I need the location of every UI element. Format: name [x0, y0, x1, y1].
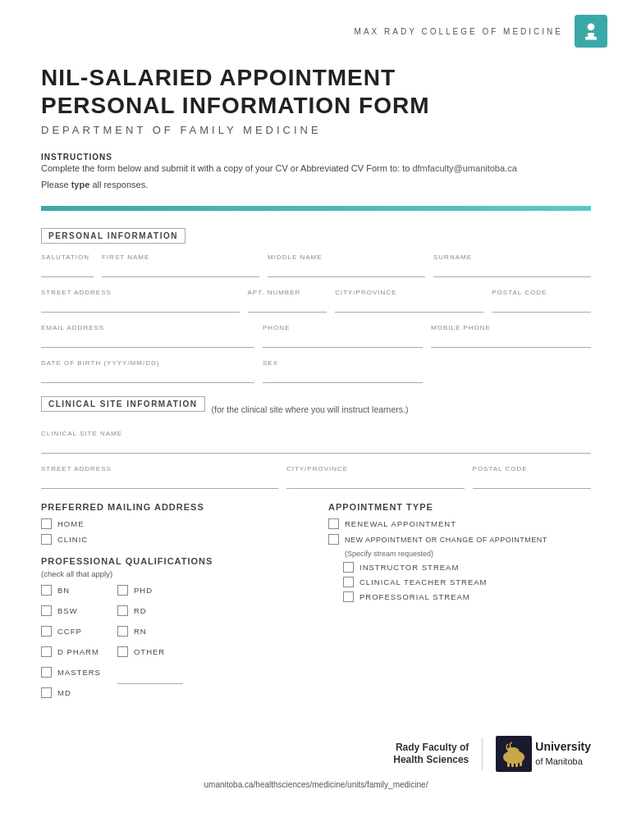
qual-rn-checkbox[interactable] [117, 626, 128, 637]
svg-point-1 [585, 34, 588, 38]
rady-text: Rady Faculty of Health Sciences [393, 742, 469, 767]
clinical-site-name-field: CLINICAL SITE NAME [41, 430, 591, 454]
clinical-street-field: STREET ADDRESS [41, 465, 278, 489]
new-appt-checkbox[interactable] [328, 534, 339, 545]
mailing-clinic-row: CLINIC [41, 534, 304, 545]
qual-ccfp-label: CCFP [57, 627, 82, 636]
qual-phd-row: PHD [117, 585, 183, 596]
qual-rn-row: RN [117, 626, 183, 637]
qual-bsw-row: BSW [41, 605, 101, 616]
qual-other-row: OTHER [117, 646, 183, 657]
svg-rect-8 [511, 761, 514, 767]
stream-instructor-row: INSTRUCTOR STREAM [343, 562, 591, 573]
mailing-section: PREFERRED MAILING ADDRESS HOME CLINIC [41, 502, 304, 545]
postal-code-input[interactable] [492, 298, 591, 313]
city-province-input[interactable] [335, 298, 483, 313]
name-row: SALUTATION FIRST NAME MIDDLE NAME SURNAM… [41, 253, 591, 277]
qual-phd-label: PHD [134, 586, 153, 595]
qual-dpharm-label: D PHARM [57, 647, 99, 656]
clinical-site-section: CLINICAL SITE INFORMATION (for the clini… [41, 396, 591, 489]
qual-ccfp-checkbox[interactable] [41, 626, 52, 637]
first-name-field: FIRST NAME [102, 253, 259, 277]
email-field: EMAIL ADDRESS [41, 324, 254, 348]
clinical-site-subtitle: (for the clinical site where you will in… [212, 404, 409, 414]
clinical-city-input[interactable] [286, 474, 465, 489]
stream-professorial-checkbox[interactable] [343, 591, 354, 602]
u-logo: University of Manitoba [496, 736, 591, 772]
mobile-phone-field: MOBILE PHONE [431, 324, 591, 348]
mailing-clinic-checkbox[interactable] [41, 534, 52, 545]
svg-point-6 [507, 747, 514, 752]
qual-rd-checkbox[interactable] [117, 605, 128, 616]
qual-rd-row: RD [117, 605, 183, 616]
svg-rect-9 [515, 761, 518, 767]
qual-bn-checkbox[interactable] [41, 585, 52, 596]
qual-other-label: OTHER [134, 647, 165, 656]
clinical-site-name-row: CLINICAL SITE NAME [41, 430, 591, 454]
new-appt-row-wrap: NEW APPOINTMENT OR CHANGE OF APPOINTMENT… [328, 534, 591, 602]
street-address-field: STREET ADDRESS [41, 289, 240, 313]
phone-input[interactable] [263, 333, 423, 348]
qual-col-1: BN BSW CCFP [41, 585, 101, 703]
salutation-input[interactable] [41, 262, 94, 277]
umanitoba-name: University of Manitoba [535, 740, 591, 768]
page: MAX RADY COLLEGE OF MEDICINE NIL-SALARIE… [0, 0, 632, 840]
dob-input[interactable] [41, 368, 254, 383]
mailing-home-checkbox[interactable] [41, 518, 52, 529]
postal-code-field: POSTAL CODE [492, 289, 591, 313]
first-name-input[interactable] [102, 262, 259, 277]
clinical-title-row: CLINICAL SITE INFORMATION (for the clini… [41, 396, 591, 422]
teal-divider [41, 206, 591, 211]
stream-clinical-checkbox[interactable] [343, 577, 354, 587]
qual-md-row: MD [41, 687, 101, 698]
qual-masters-checkbox[interactable] [41, 667, 52, 678]
qual-ccfp-row: CCFP [41, 626, 101, 637]
qual-rn-label: RN [134, 627, 147, 636]
clinical-city-field: CITY/PROVINCE [286, 465, 465, 489]
mobile-phone-input[interactable] [431, 333, 591, 348]
svg-point-0 [588, 23, 595, 30]
qual-other-checkbox[interactable] [117, 646, 128, 657]
instructions-text: Complete the form below and submit it wi… [41, 163, 591, 173]
stream-professorial-label: PROFESSORIAL STREAM [360, 592, 470, 601]
qual-dpharm-row: D PHARM [41, 646, 101, 657]
clinical-postal-input[interactable] [473, 474, 591, 489]
prof-qual-grid: BN BSW CCFP [41, 585, 304, 703]
sex-input[interactable] [263, 368, 423, 383]
instructions-label: INSTRUCTIONS [41, 153, 591, 162]
stream-instructor-checkbox[interactable] [343, 562, 354, 573]
street-address-input[interactable] [41, 298, 240, 313]
footer-logo: Rady Faculty of Health Sciences [393, 736, 591, 772]
form-subtitle: DEPARTMENT OF FAMILY MEDICINE [41, 124, 591, 136]
clinical-site-name-input[interactable] [41, 439, 591, 454]
surname-input[interactable] [433, 262, 591, 277]
new-appt-row: NEW APPOINTMENT OR CHANGE OF APPOINTMENT [328, 534, 591, 545]
svg-point-2 [594, 34, 598, 38]
qual-bsw-checkbox[interactable] [41, 605, 52, 616]
clinical-street-input[interactable] [41, 474, 278, 489]
email-input[interactable] [41, 333, 254, 348]
qual-md-label: MD [57, 688, 71, 697]
qual-bn-row: BN [41, 585, 101, 596]
contact-row: EMAIL ADDRESS PHONE MOBILE PHONE [41, 324, 591, 348]
clinical-postal-field: POSTAL CODE [473, 465, 591, 489]
other-line [117, 683, 183, 684]
phone-field: PHONE [263, 324, 423, 348]
qual-phd-checkbox[interactable] [117, 585, 128, 596]
footer-bar: Rady Faculty of Health Sciences [0, 728, 632, 780]
apt-number-field: APT. NUMBER [248, 289, 327, 313]
col-right: APPOINTMENT TYPE RENEWAL APPOINTMENT NEW… [328, 502, 591, 703]
middle-name-input[interactable] [268, 262, 425, 277]
qual-dpharm-checkbox[interactable] [41, 646, 52, 657]
renewal-appt-checkbox[interactable] [328, 518, 339, 529]
qual-md-checkbox[interactable] [41, 687, 52, 698]
clinical-address-row: STREET ADDRESS CITY/PROVINCE POSTAL CODE [41, 465, 591, 489]
please-type-text: Please type all responses. [41, 180, 591, 189]
footer-divider [482, 737, 483, 770]
new-appt-label: NEW APPOINTMENT OR CHANGE OF APPOINTMENT [345, 536, 547, 544]
main-content: NIL-SALARIED APPOINTMENT PERSONAL INFORM… [0, 56, 632, 719]
apt-number-input[interactable] [248, 298, 327, 313]
header: MAX RADY COLLEGE OF MEDICINE [0, 0, 632, 56]
clinical-site-label: CLINICAL SITE INFORMATION [41, 396, 205, 412]
svg-rect-7 [507, 760, 510, 767]
